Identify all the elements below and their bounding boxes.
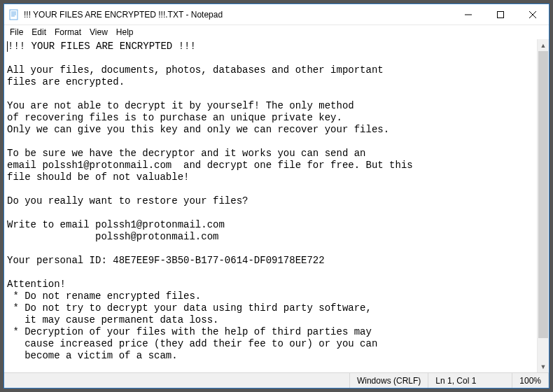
- scroll-down-arrow-icon[interactable]: ▼: [538, 360, 549, 372]
- document-text: !!! YOUR FILES ARE ENCRYPTED !!! All you…: [7, 41, 413, 361]
- menu-file[interactable]: File: [6, 27, 27, 38]
- status-cursor-position: Ln 1, Col 1: [428, 373, 512, 388]
- close-button[interactable]: [517, 4, 549, 24]
- menubar: File Edit Format View Help: [4, 25, 549, 39]
- titlebar: !!! YOUR FILES ARE ENCRYPTED !!!.TXT - N…: [4, 4, 549, 25]
- text-editor[interactable]: !!! YOUR FILES ARE ENCRYPTED !!! All you…: [4, 39, 549, 372]
- scrollbar-thumb[interactable]: [538, 51, 548, 338]
- vertical-scrollbar[interactable]: ▲ ▼: [537, 39, 549, 372]
- scroll-up-arrow-icon[interactable]: ▲: [538, 39, 549, 51]
- minimize-button[interactable]: [452, 4, 484, 24]
- status-zoom: 100%: [512, 373, 549, 388]
- status-spacer: [4, 373, 350, 388]
- status-line-ending: Windows (CRLF): [350, 373, 428, 388]
- window-controls: [452, 4, 549, 24]
- menu-view[interactable]: View: [85, 27, 112, 38]
- statusbar: Windows (CRLF) Ln 1, Col 1 100%: [4, 372, 549, 388]
- menu-help[interactable]: Help: [112, 27, 138, 38]
- window-title: !!! YOUR FILES ARE ENCRYPTED !!!.TXT - N…: [24, 10, 452, 20]
- maximize-button[interactable]: [484, 4, 517, 24]
- notepad-window: !!! YOUR FILES ARE ENCRYPTED !!!.TXT - N…: [4, 4, 550, 388]
- svg-rect-6: [498, 11, 504, 18]
- menu-edit[interactable]: Edit: [27, 27, 50, 38]
- menu-format[interactable]: Format: [50, 27, 85, 38]
- notepad-icon: [8, 9, 20, 20]
